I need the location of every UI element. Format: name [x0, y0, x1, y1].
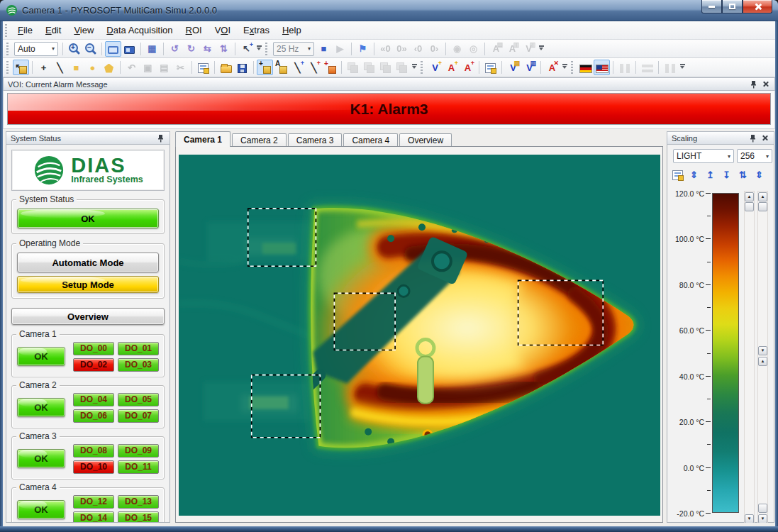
- language-german-button[interactable]: [577, 60, 594, 75]
- toolbar-overflow-icon[interactable]: [537, 42, 545, 56]
- scaling-close-icon[interactable]: [760, 133, 769, 143]
- camera-status-button[interactable]: OK: [17, 398, 65, 417]
- copy-button[interactable]: ▣: [140, 60, 156, 75]
- undo-button[interactable]: ↶: [123, 60, 140, 75]
- export-image-button[interactable]: A▥: [504, 41, 521, 57]
- stop-button[interactable]: ■: [316, 41, 332, 57]
- min-top-up-button[interactable]: ▲: [758, 192, 767, 201]
- max-increase-button[interactable]: ▲: [745, 192, 754, 201]
- scale-auto-button[interactable]: ⇕: [752, 167, 767, 182]
- play-button[interactable]: ▶: [332, 41, 348, 57]
- overview-button[interactable]: Overview: [11, 308, 165, 325]
- layout-rows-button[interactable]: [639, 60, 655, 75]
- select-tool-button[interactable]: ↖: [13, 60, 29, 75]
- minimize-button[interactable]: [701, 0, 722, 13]
- new-roi-label-button[interactable]: A: [273, 60, 289, 75]
- voi-pin-icon[interactable]: [748, 79, 758, 89]
- scale-compress-button[interactable]: ⇅: [735, 167, 750, 182]
- flag-marker-button[interactable]: ⚑: [355, 41, 371, 57]
- thermal-image[interactable]: [179, 155, 660, 516]
- zoom-in-button[interactable]: +: [66, 41, 82, 57]
- voi-close-icon[interactable]: [760, 79, 770, 89]
- flip-horizontal-button[interactable]: ⇆: [199, 41, 216, 57]
- grid-button[interactable]: ▦: [144, 41, 160, 57]
- toolbar-overflow-icon[interactable]: [410, 60, 418, 74]
- send-to-back-button[interactable]: [394, 60, 410, 75]
- roi-properties-button[interactable]: [195, 60, 211, 75]
- add-voi-button[interactable]: V+: [427, 60, 443, 75]
- menu-view[interactable]: View: [67, 22, 100, 38]
- max-spin-blank[interactable]: [745, 202, 754, 211]
- setup-mode-button[interactable]: Setup Mode: [17, 276, 159, 293]
- scale-min-down-button[interactable]: ↧: [719, 167, 734, 182]
- min-spin-blank-2[interactable]: [758, 504, 767, 513]
- menu-data-acquisition[interactable]: Data Acquisition: [100, 22, 179, 38]
- system-status-ok-button[interactable]: OK: [17, 209, 159, 228]
- palette-combo[interactable]: LIGHT ▾: [673, 149, 734, 163]
- goto-last-frame-button[interactable]: 0»: [394, 41, 410, 57]
- step-forward-button[interactable]: 0›: [426, 41, 443, 57]
- scaling-pin-icon[interactable]: [748, 133, 757, 143]
- min-mid-up-button[interactable]: ▲: [758, 357, 767, 366]
- menu-extras[interactable]: Extras: [237, 22, 276, 38]
- tab-camera-2[interactable]: Camera 2: [232, 133, 287, 147]
- scale-max-up-button[interactable]: ↥: [703, 167, 718, 182]
- menu-help[interactable]: Help: [276, 22, 308, 38]
- layout-tiles-button[interactable]: [662, 60, 678, 75]
- camera-status-button[interactable]: OK: [17, 500, 65, 519]
- rectangle-tool-button[interactable]: ■: [68, 60, 84, 75]
- language-english-button[interactable]: [594, 60, 610, 75]
- menu-file[interactable]: File: [11, 22, 39, 38]
- new-roi-button[interactable]: +: [257, 60, 273, 75]
- toolbar-overflow-icon[interactable]: [560, 60, 569, 74]
- camera-status-button[interactable]: OK: [17, 347, 65, 366]
- full-screen-button[interactable]: [121, 41, 138, 57]
- save-image-button[interactable]: A▤: [488, 41, 504, 57]
- frame-rate-combo[interactable]: 25 Hz▾: [273, 42, 314, 56]
- menu-voi[interactable]: VOI: [209, 22, 237, 38]
- new-alarm-roi-button[interactable]: +: [322, 60, 338, 75]
- tab-camera-1[interactable]: Camera 1: [175, 131, 230, 147]
- export-video-button[interactable]: V▥: [521, 41, 537, 57]
- fit-image-button[interactable]: [105, 41, 121, 57]
- add-alarm-red-button[interactable]: A+: [460, 60, 476, 75]
- camera-status-button[interactable]: OK: [17, 449, 65, 468]
- flip-vertical-button[interactable]: ⇅: [216, 41, 232, 57]
- pointer-add-button[interactable]: ↖+: [238, 41, 255, 57]
- tab-camera-4[interactable]: Camera 4: [343, 133, 398, 147]
- automatic-mode-button[interactable]: Automatic Mode: [17, 253, 159, 272]
- restore-button[interactable]: [722, 0, 743, 13]
- rotate-left-button[interactable]: ↺: [167, 41, 183, 57]
- send-backward-button[interactable]: [377, 60, 394, 75]
- record-save-button[interactable]: ◉: [449, 41, 465, 57]
- add-alarm-button[interactable]: A+: [443, 60, 460, 75]
- delete-alarm-button[interactable]: A✕: [544, 60, 560, 75]
- bring-to-front-button[interactable]: [345, 60, 361, 75]
- save-roi-button[interactable]: [234, 60, 250, 75]
- save-voi-button[interactable]: V▥: [521, 60, 538, 75]
- close-button[interactable]: [743, 0, 772, 13]
- add-line-roi-button[interactable]: ╲+: [289, 60, 306, 75]
- tab-overview[interactable]: Overview: [399, 133, 452, 147]
- open-roi-button[interactable]: [218, 60, 234, 75]
- min-mid-down-button[interactable]: ▼: [758, 346, 767, 355]
- add-line-alarm-button[interactable]: ╲+: [306, 60, 322, 75]
- scaling-properties-button[interactable]: [670, 167, 685, 182]
- zoom-out-button[interactable]: −: [82, 41, 99, 57]
- menu-roi[interactable]: ROI: [179, 22, 209, 38]
- scale-expand-button[interactable]: ⇕: [687, 167, 701, 182]
- goto-first-frame-button[interactable]: «0: [377, 41, 394, 57]
- step-back-button[interactable]: ‹0: [410, 41, 426, 57]
- menu-edit[interactable]: Edit: [39, 22, 67, 38]
- line-tool-button[interactable]: ╲: [52, 60, 68, 75]
- zoom-level-combo[interactable]: Auto▾: [14, 42, 58, 56]
- rotate-right-button[interactable]: ↻: [183, 41, 199, 57]
- point-tool-button[interactable]: +: [35, 60, 52, 75]
- toolbar-overflow-icon[interactable]: [678, 60, 687, 74]
- bring-forward-button[interactable]: [361, 60, 377, 75]
- layout-columns-button[interactable]: [616, 60, 633, 75]
- system-pin-icon[interactable]: [155, 133, 165, 143]
- polygon-tool-button[interactable]: [101, 60, 117, 75]
- tab-camera-3[interactable]: Camera 3: [288, 133, 343, 147]
- levels-combo[interactable]: 256 ▾: [737, 149, 772, 163]
